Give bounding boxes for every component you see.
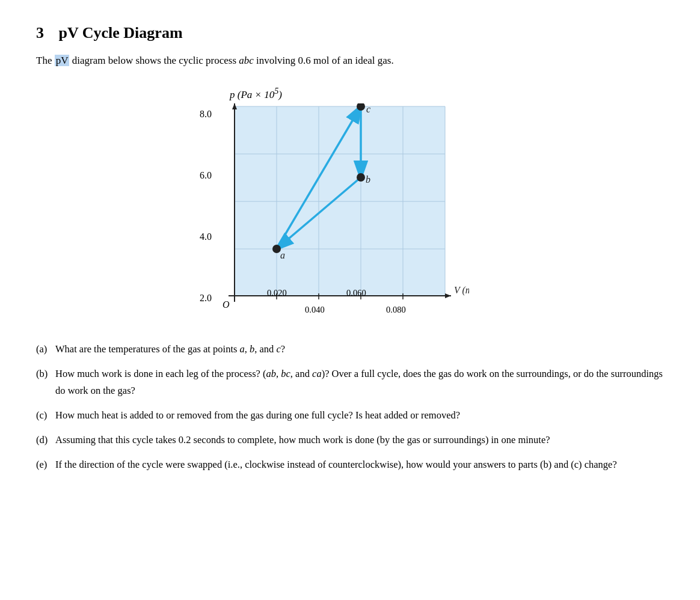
label-b: b xyxy=(366,174,370,185)
pv-text: pV xyxy=(55,55,70,66)
y-tick-4: 4.0 xyxy=(176,232,212,242)
question-label-a: (a) xyxy=(36,341,53,357)
diagram-wrap: p (Pa × 105) 8.0 6.0 4.0 2.0 xyxy=(176,87,524,320)
abc-italic: abc xyxy=(239,55,254,66)
point-b xyxy=(357,173,365,182)
chart-svg: O xyxy=(216,103,469,317)
question-c: (c) How much heat is added to or removed… xyxy=(36,407,664,423)
question-text-c: How much heat is added to or removed fro… xyxy=(55,407,664,423)
y-tick-2: 2.0 xyxy=(176,293,212,303)
label-a: a xyxy=(280,250,285,260)
question-d: (d) Assuming that this cycle takes 0.2 s… xyxy=(36,432,664,448)
question-label-b: (b) xyxy=(36,366,53,382)
label-c: c xyxy=(366,104,370,114)
x-tick-040: 0.040 xyxy=(305,305,325,315)
section-number: 3 xyxy=(36,24,44,41)
diagram-container: p (Pa × 105) 8.0 6.0 4.0 2.0 xyxy=(36,87,664,320)
question-label-d: (d) xyxy=(36,432,53,448)
section-title: 3 pV Cycle Diagram xyxy=(36,24,664,42)
intro-text-end: involving 0.6 mol of an ideal gas. xyxy=(254,55,394,66)
point-a xyxy=(272,245,281,253)
question-e: (e) If the direction of the cycle were s… xyxy=(36,456,664,473)
question-text-b: How much work is done in each leg of the… xyxy=(55,366,664,398)
question-b: (b) How much work is done in each leg of… xyxy=(36,366,664,398)
x-tick-060: 0.060 xyxy=(346,288,366,298)
questions-section: (a) What are the temperatures of the gas… xyxy=(36,341,664,473)
intro-text-after: diagram below shows the cyclic process xyxy=(69,55,239,66)
x-tick-020: 0.020 xyxy=(267,288,287,298)
x-tick-080: 0.080 xyxy=(386,305,406,315)
intro-text-before: The xyxy=(36,55,55,66)
y-axis-label: p (Pa × 105) xyxy=(230,89,282,100)
question-text-e: If the direction of the cycle were swapp… xyxy=(55,456,664,473)
question-text-d: Assuming that this cycle takes 0.2 secon… xyxy=(55,432,664,448)
intro-paragraph: The pV diagram below shows the cyclic pr… xyxy=(36,53,664,69)
question-text-a: What are the temperatures of the gas at … xyxy=(55,341,664,357)
question-label-c: (c) xyxy=(36,407,53,423)
question-label-e: (e) xyxy=(36,456,53,473)
y-tick-8: 8.0 xyxy=(176,109,212,119)
section-heading: pV Cycle Diagram xyxy=(59,24,183,41)
y-tick-6: 6.0 xyxy=(176,171,212,180)
page: 3 pV Cycle Diagram The pV diagram below … xyxy=(0,0,700,600)
question-a: (a) What are the temperatures of the gas… xyxy=(36,341,664,357)
